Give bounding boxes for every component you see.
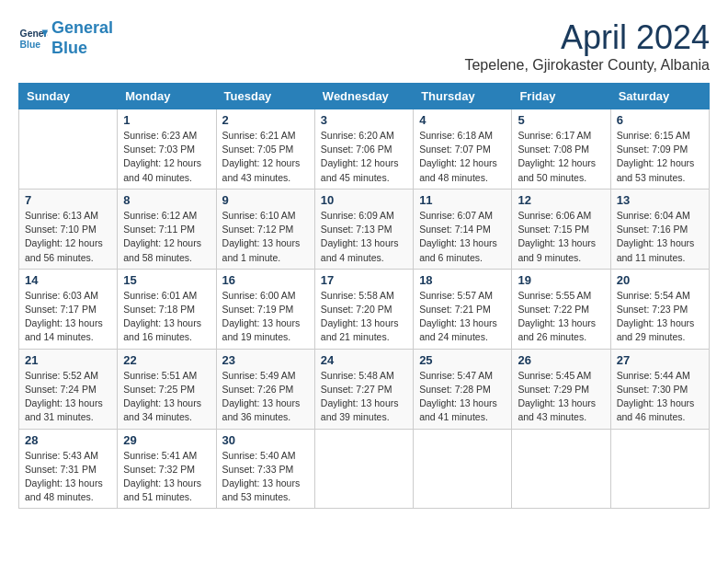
day-number: 3 [321,113,407,127]
day-info: Sunrise: 5:41 AMSunset: 7:32 PMDaylight:… [123,449,210,505]
day-number: 25 [419,353,506,367]
calendar-cell: 23Sunrise: 5:49 AMSunset: 7:26 PMDayligh… [216,349,314,429]
day-number: 27 [617,353,703,367]
calendar-cell [414,429,512,509]
day-info: Sunrise: 6:15 AMSunset: 7:09 PMDaylight:… [617,129,703,185]
day-info: Sunrise: 6:23 AMSunset: 7:03 PMDaylight:… [123,129,210,185]
calendar-week-4: 21Sunrise: 5:52 AMSunset: 7:24 PMDayligh… [19,349,710,429]
location-subtitle: Tepelene, Gjirokaster County, Albania [464,57,710,74]
day-info: Sunrise: 6:12 AMSunset: 7:11 PMDaylight:… [123,209,210,265]
calendar-week-5: 28Sunrise: 5:43 AMSunset: 7:31 PMDayligh… [19,429,710,509]
day-info: Sunrise: 6:21 AMSunset: 7:05 PMDaylight:… [222,129,309,185]
logo: General Blue General Blue [18,18,113,58]
day-info: Sunrise: 6:10 AMSunset: 7:12 PMDaylight:… [222,209,309,265]
day-number: 26 [518,353,604,367]
calendar-cell: 9Sunrise: 6:10 AMSunset: 7:12 PMDaylight… [216,189,314,269]
day-info: Sunrise: 5:40 AMSunset: 7:33 PMDaylight:… [222,449,309,505]
day-info: Sunrise: 6:18 AMSunset: 7:07 PMDaylight:… [419,129,506,185]
calendar-cell: 3Sunrise: 6:20 AMSunset: 7:06 PMDaylight… [314,109,413,190]
weekday-wednesday: Wednesday [314,84,413,109]
day-info: Sunrise: 6:13 AMSunset: 7:10 PMDaylight:… [25,209,111,265]
weekday-header-row: SundayMondayTuesdayWednesdayThursdayFrid… [19,84,710,109]
day-info: Sunrise: 5:47 AMSunset: 7:28 PMDaylight:… [419,369,506,425]
day-number: 4 [419,113,506,127]
logo-text: General Blue [51,18,113,58]
calendar-cell: 26Sunrise: 5:45 AMSunset: 7:29 PMDayligh… [512,349,610,429]
day-info: Sunrise: 5:45 AMSunset: 7:29 PMDaylight:… [518,369,604,425]
calendar-cell: 25Sunrise: 5:47 AMSunset: 7:28 PMDayligh… [414,349,512,429]
day-number: 17 [321,273,407,287]
day-number: 5 [518,113,604,127]
day-number: 11 [419,193,506,207]
calendar-cell: 27Sunrise: 5:44 AMSunset: 7:30 PMDayligh… [610,349,709,429]
calendar-cell [19,109,118,190]
day-info: Sunrise: 5:48 AMSunset: 7:27 PMDaylight:… [321,369,407,425]
day-number: 23 [222,353,309,367]
day-info: Sunrise: 6:20 AMSunset: 7:06 PMDaylight:… [321,129,407,185]
calendar-cell: 7Sunrise: 6:13 AMSunset: 7:10 PMDaylight… [19,189,118,269]
month-title: April 2024 [464,18,710,57]
day-number: 14 [25,273,111,287]
calendar-cell: 20Sunrise: 5:54 AMSunset: 7:23 PMDayligh… [610,269,709,349]
calendar-cell: 17Sunrise: 5:58 AMSunset: 7:20 PMDayligh… [314,269,413,349]
weekday-monday: Monday [118,84,216,109]
day-info: Sunrise: 5:44 AMSunset: 7:30 PMDaylight:… [617,369,703,425]
day-info: Sunrise: 6:07 AMSunset: 7:14 PMDaylight:… [419,209,506,265]
day-number: 10 [321,193,407,207]
calendar-cell: 16Sunrise: 6:00 AMSunset: 7:19 PMDayligh… [216,269,314,349]
calendar-cell: 5Sunrise: 6:17 AMSunset: 7:08 PMDaylight… [512,109,610,190]
calendar-week-1: 1Sunrise: 6:23 AMSunset: 7:03 PMDaylight… [19,109,710,190]
day-info: Sunrise: 6:04 AMSunset: 7:16 PMDaylight:… [617,209,703,265]
day-number: 24 [321,353,407,367]
day-info: Sunrise: 5:54 AMSunset: 7:23 PMDaylight:… [617,289,703,345]
logo-line2: Blue [51,39,87,57]
logo-icon: General Blue [18,24,48,53]
calendar-cell [314,429,413,509]
day-number: 12 [518,193,604,207]
calendar-cell: 15Sunrise: 6:01 AMSunset: 7:18 PMDayligh… [118,269,216,349]
calendar-cell: 11Sunrise: 6:07 AMSunset: 7:14 PMDayligh… [414,189,512,269]
day-number: 1 [123,113,210,127]
calendar-cell: 13Sunrise: 6:04 AMSunset: 7:16 PMDayligh… [610,189,709,269]
weekday-thursday: Thursday [414,84,512,109]
day-info: Sunrise: 5:52 AMSunset: 7:24 PMDaylight:… [25,369,111,425]
calendar-cell: 24Sunrise: 5:48 AMSunset: 7:27 PMDayligh… [314,349,413,429]
calendar-week-3: 14Sunrise: 6:03 AMSunset: 7:17 PMDayligh… [19,269,710,349]
day-info: Sunrise: 6:00 AMSunset: 7:19 PMDaylight:… [222,289,309,345]
day-info: Sunrise: 6:01 AMSunset: 7:18 PMDaylight:… [123,289,210,345]
calendar-cell: 30Sunrise: 5:40 AMSunset: 7:33 PMDayligh… [216,429,314,509]
calendar-body: 1Sunrise: 6:23 AMSunset: 7:03 PMDaylight… [19,109,710,509]
day-number: 2 [222,113,309,127]
calendar-cell: 4Sunrise: 6:18 AMSunset: 7:07 PMDaylight… [414,109,512,190]
day-number: 6 [617,113,703,127]
day-info: Sunrise: 5:58 AMSunset: 7:20 PMDaylight:… [321,289,407,345]
weekday-friday: Friday [512,84,610,109]
logo-line1: General [51,18,113,37]
day-info: Sunrise: 5:57 AMSunset: 7:21 PMDaylight:… [419,289,506,345]
day-number: 20 [617,273,703,287]
day-number: 8 [123,193,210,207]
day-number: 9 [222,193,309,207]
day-number: 16 [222,273,309,287]
page-header: General Blue General Blue April 2024 Tep… [18,18,710,74]
day-info: Sunrise: 5:43 AMSunset: 7:31 PMDaylight:… [25,449,111,505]
day-info: Sunrise: 6:17 AMSunset: 7:08 PMDaylight:… [518,129,604,185]
calendar-cell: 8Sunrise: 6:12 AMSunset: 7:11 PMDaylight… [118,189,216,269]
calendar-cell: 22Sunrise: 5:51 AMSunset: 7:25 PMDayligh… [118,349,216,429]
day-number: 15 [123,273,210,287]
weekday-saturday: Saturday [610,84,709,109]
day-info: Sunrise: 5:49 AMSunset: 7:26 PMDaylight:… [222,369,309,425]
day-info: Sunrise: 6:03 AMSunset: 7:17 PMDaylight:… [25,289,111,345]
calendar-cell: 14Sunrise: 6:03 AMSunset: 7:17 PMDayligh… [19,269,118,349]
calendar-cell [512,429,610,509]
weekday-sunday: Sunday [19,84,118,109]
day-number: 29 [123,433,210,447]
day-number: 7 [25,193,111,207]
calendar-cell: 18Sunrise: 5:57 AMSunset: 7:21 PMDayligh… [414,269,512,349]
day-number: 21 [25,353,111,367]
title-block: April 2024 Tepelene, Gjirokaster County,… [464,18,710,74]
day-number: 30 [222,433,309,447]
calendar-cell: 6Sunrise: 6:15 AMSunset: 7:09 PMDaylight… [610,109,709,190]
day-info: Sunrise: 5:51 AMSunset: 7:25 PMDaylight:… [123,369,210,425]
day-number: 19 [518,273,604,287]
